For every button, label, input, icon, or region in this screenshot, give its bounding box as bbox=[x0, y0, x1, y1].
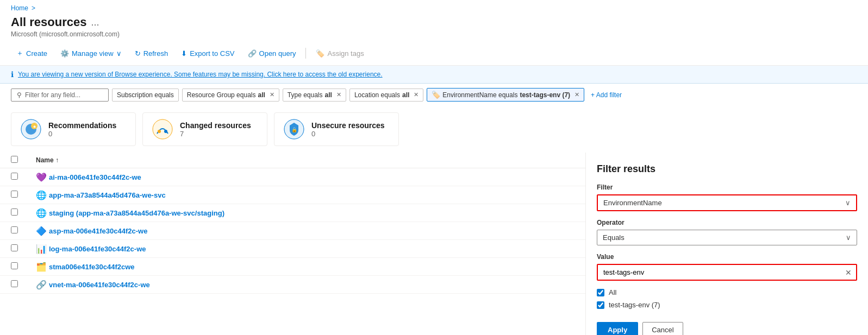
changed-resources-text: Changed resources 7 bbox=[180, 121, 251, 138]
query-icon: 🔗 bbox=[248, 49, 257, 58]
toolbar: ＋ Create ⚙️ Manage view ∨ ↻ Refresh ⬇ Ex… bbox=[0, 41, 868, 66]
env-filter-remove[interactable]: ✕ bbox=[574, 91, 579, 98]
refresh-button[interactable]: ↻ Refresh bbox=[129, 47, 174, 60]
row-icon-3: 🔷 bbox=[36, 225, 47, 236]
checkbox-env-label: test-tags-env (7) bbox=[609, 301, 660, 309]
recommendations-icon: ★ bbox=[20, 118, 42, 140]
info-icon: ℹ bbox=[11, 70, 14, 79]
changed-resources-icon bbox=[152, 118, 173, 140]
export-button[interactable]: ⬇ Export to CSV bbox=[176, 47, 240, 60]
panel-footer: Apply Cancel bbox=[597, 322, 857, 335]
changed-resources-card[interactable]: Changed resources 7 bbox=[142, 112, 267, 146]
create-button[interactable]: ＋ Create bbox=[11, 46, 53, 61]
env-filter-label: EnvironmentName equals bbox=[442, 91, 517, 99]
open-query-button[interactable]: 🔗 Open query bbox=[242, 47, 302, 60]
filter-placeholder: Filter for any field... bbox=[25, 91, 80, 99]
filter-select-value: EnvironmentName bbox=[603, 199, 662, 207]
filter-panel-title: Filter results bbox=[597, 163, 857, 175]
filter-bar: ⚲ Filter for any field... Subscription e… bbox=[0, 84, 868, 106]
filter-field-label: Filter bbox=[597, 184, 857, 191]
env-filter-icon: 🏷️ bbox=[432, 91, 440, 99]
recommendations-label: Recommendations bbox=[48, 121, 116, 130]
value-field-label: Value bbox=[597, 253, 857, 261]
type-filter-tag[interactable]: Type equals all ✕ bbox=[283, 89, 346, 102]
checkbox-all-input[interactable] bbox=[597, 289, 604, 296]
row-icon-5: 🗂️ bbox=[36, 261, 47, 272]
unsecure-resources-text: Unsecure resources 0 bbox=[311, 121, 385, 138]
info-banner-link[interactable]: You are viewing a new version of Browse … bbox=[18, 71, 383, 78]
row-icon-1: 🌐 bbox=[36, 189, 47, 200]
value-input[interactable] bbox=[598, 265, 841, 280]
tag-icon: 🏷️ bbox=[316, 49, 324, 58]
env-filter-tag[interactable]: 🏷️ EnvironmentName equals test-tags-env … bbox=[427, 88, 584, 102]
assign-tags-button[interactable]: 🏷️ Assign tags bbox=[310, 47, 369, 60]
row-checkbox-0[interactable] bbox=[11, 173, 27, 181]
unsecure-resources-card[interactable]: 🔒 Unsecure resources 0 bbox=[274, 112, 399, 146]
changed-resources-count: 7 bbox=[180, 130, 251, 138]
cards-row: ★ Recommendations 0 Changed resources 7 bbox=[0, 106, 868, 153]
add-filter-button[interactable]: + Add filter bbox=[588, 89, 625, 101]
row-checkbox-3[interactable] bbox=[11, 226, 27, 235]
more-options-icon[interactable]: ... bbox=[91, 17, 99, 28]
chevron-down-icon: ∨ bbox=[116, 49, 122, 58]
svg-text:🔒: 🔒 bbox=[291, 127, 298, 133]
gear-icon: ⚙️ bbox=[60, 49, 69, 58]
checkbox-env: test-tags-env (7) bbox=[597, 299, 857, 311]
apply-button[interactable]: Apply bbox=[597, 322, 638, 335]
operator-field-group: Operator Equals ∨ bbox=[597, 219, 857, 245]
subscription-filter-tag[interactable]: Subscription equals bbox=[112, 89, 179, 102]
export-icon: ⬇ bbox=[181, 49, 187, 58]
row-checkbox-5[interactable] bbox=[11, 262, 27, 271]
filter-select[interactable]: EnvironmentName ∨ bbox=[597, 194, 857, 211]
filter-field-group: Filter EnvironmentName ∨ bbox=[597, 184, 857, 211]
value-clear-icon[interactable]: ✕ bbox=[841, 266, 856, 279]
toolbar-divider bbox=[305, 48, 306, 59]
row-checkbox-6[interactable] bbox=[11, 280, 27, 289]
type-filter-remove[interactable]: ✕ bbox=[336, 91, 341, 98]
row-checkbox-1[interactable] bbox=[11, 191, 27, 199]
value-field-group: Value ✕ All test-tags-env (7) bbox=[597, 253, 857, 311]
env-filter-bold: test-tags-env (7) bbox=[520, 91, 570, 99]
create-icon: ＋ bbox=[16, 48, 23, 58]
row-checkbox-2[interactable] bbox=[11, 208, 27, 217]
header-checkbox-col bbox=[11, 156, 27, 165]
location-filter-label: Location equals bbox=[354, 91, 400, 99]
recommendations-card[interactable]: ★ Recommendations 0 bbox=[11, 112, 136, 146]
svg-text:★: ★ bbox=[33, 124, 36, 129]
unsecure-resources-label: Unsecure resources bbox=[311, 121, 385, 130]
checkbox-all: All bbox=[597, 286, 857, 299]
checkbox-all-label: All bbox=[609, 288, 616, 296]
resource-group-filter-label: Resource Group equals bbox=[187, 91, 256, 99]
home-link[interactable]: Home bbox=[11, 4, 28, 12]
resource-group-filter-bold: all bbox=[258, 91, 265, 99]
select-all-checkbox[interactable] bbox=[11, 156, 18, 163]
row-icon-4: 📊 bbox=[36, 243, 47, 254]
breadcrumb: Home > bbox=[0, 0, 868, 14]
recommendations-count: 0 bbox=[48, 130, 116, 138]
subscription-filter-label: Subscription equals bbox=[117, 91, 174, 99]
resource-group-filter-remove[interactable]: ✕ bbox=[270, 91, 274, 98]
info-banner: ℹ You are viewing a new version of Brows… bbox=[0, 66, 868, 84]
page-subtitle: Microsoft (microsoft.onmicrosoft.com) bbox=[11, 30, 857, 38]
location-filter-remove[interactable]: ✕ bbox=[414, 91, 419, 98]
page-title: All resources bbox=[11, 15, 86, 29]
breadcrumb-sep: > bbox=[32, 4, 35, 12]
value-input-container: ✕ bbox=[597, 264, 857, 281]
row-checkbox-4[interactable] bbox=[11, 244, 27, 253]
resource-group-filter-tag[interactable]: Resource Group equals all ✕ bbox=[182, 89, 279, 102]
type-filter-label: Type equals bbox=[288, 91, 323, 99]
svg-point-5 bbox=[158, 130, 161, 133]
cancel-button[interactable]: Cancel bbox=[642, 322, 683, 335]
filter-chevron-icon: ∨ bbox=[845, 199, 851, 207]
filter-input[interactable]: ⚲ Filter for any field... bbox=[11, 89, 109, 102]
operator-select[interactable]: Equals ∨ bbox=[597, 230, 857, 245]
location-filter-bold: all bbox=[402, 91, 409, 99]
checkbox-env-input[interactable] bbox=[597, 301, 604, 309]
operator-chevron-icon: ∨ bbox=[846, 233, 851, 242]
manage-view-button[interactable]: ⚙️ Manage view ∨ bbox=[55, 47, 127, 60]
row-icon-0: 💜 bbox=[36, 172, 47, 182]
location-filter-tag[interactable]: Location equals all ✕ bbox=[349, 89, 423, 102]
operator-field-label: Operator bbox=[597, 219, 857, 226]
unsecure-resources-count: 0 bbox=[311, 130, 385, 138]
main-content: Name ↑ Type 💜 ai-ma-006e41fe30c44f2c-we … bbox=[0, 153, 868, 294]
